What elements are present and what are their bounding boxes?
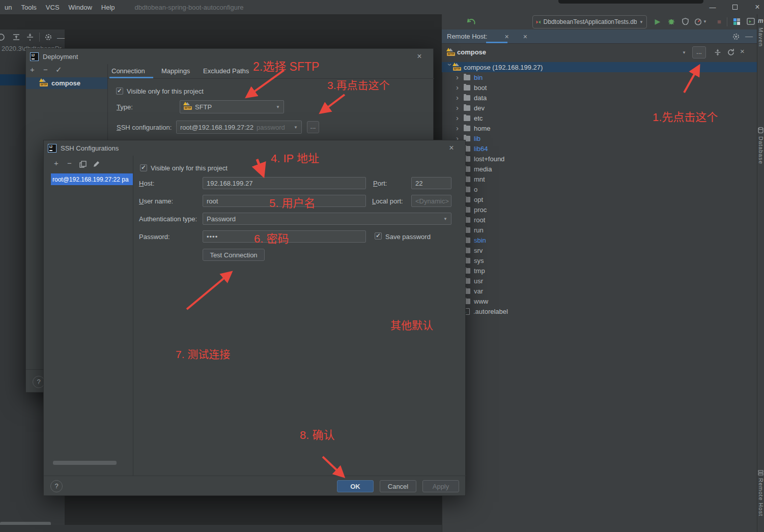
refresh-icon[interactable]	[727, 48, 735, 56]
run-button[interactable]: ▶	[653, 17, 662, 26]
back-arrow-icon[interactable]	[466, 17, 475, 26]
close-panel-icon[interactable]: ×	[740, 47, 745, 55]
tree-row[interactable]: › media	[442, 164, 757, 174]
collapse-all-icon[interactable]	[25, 33, 35, 41]
stripe-tab-remote-host[interactable]: Remote Host	[758, 478, 764, 516]
tree-row[interactable]: › boot	[442, 82, 757, 93]
menu-run[interactable]: un	[0, 4, 16, 11]
remote-host-icon[interactable]	[758, 470, 763, 476]
tree-row[interactable]: › root	[442, 215, 757, 225]
gear-icon[interactable]	[732, 33, 740, 41]
tree-row[interactable]: › lib	[442, 133, 757, 143]
tree-row[interactable]: › srv	[442, 245, 757, 255]
debug-button[interactable]	[667, 17, 676, 26]
save-password-checkbox[interactable]	[375, 232, 382, 240]
tab-mappings[interactable]: Mappings	[161, 67, 190, 75]
menu-vcs[interactable]: VCS	[41, 4, 64, 11]
coverage-button[interactable]	[681, 17, 690, 26]
visible-only-checkbox[interactable]	[140, 164, 147, 171]
add-server-button[interactable]: +	[30, 65, 35, 74]
collapse-all-icon[interactable]	[714, 48, 722, 56]
tree-row[interactable]: › o	[442, 184, 757, 194]
tree-row[interactable]: › run	[442, 225, 757, 235]
copy-icon[interactable]	[79, 161, 87, 168]
ssh-config-list-item-selected[interactable]: root@192.168.199.27:22 pa	[51, 173, 133, 185]
ok-button[interactable]: OK	[337, 480, 374, 492]
add-config-button[interactable]: +	[54, 159, 59, 167]
chevron-right-icon[interactable]: ›	[456, 126, 464, 131]
host-input[interactable]: 192.168.199.27	[203, 177, 366, 189]
chevron-right-icon[interactable]: ›	[447, 64, 452, 71]
tree-row[interactable]: › proc	[442, 204, 757, 215]
stripe-tab-maven[interactable]: Maven	[758, 27, 764, 47]
chevron-right-icon[interactable]: ›	[456, 105, 464, 110]
tree-row[interactable]: › sys	[442, 255, 757, 265]
close-window-icon[interactable]: ×	[753, 3, 762, 12]
gear-icon[interactable]	[44, 33, 52, 41]
local-port-input[interactable]: <Dynamic>	[411, 195, 451, 207]
type-select[interactable]: SFTP SFTP ▼	[180, 100, 284, 113]
host-tab-close-icon[interactable]: ×	[523, 33, 527, 41]
visible-only-checkbox[interactable]	[116, 87, 123, 95]
hide-panel-icon[interactable]: —	[745, 32, 753, 40]
expand-all-icon[interactable]	[12, 33, 21, 41]
server-combo[interactable]: compose	[457, 48, 486, 56]
deployment-dialog-titlebar[interactable]: Deployment	[26, 49, 433, 64]
profiler-button[interactable]	[693, 17, 702, 26]
tree-row[interactable]: › bin	[442, 72, 757, 82]
use-as-default-button[interactable]: ✓	[55, 65, 62, 74]
tree-row[interactable]: › tmp	[442, 265, 757, 276]
tree-row[interactable]: › .autorelabel	[442, 306, 757, 316]
tree-row[interactable]: › home	[442, 123, 757, 133]
test-connection-button[interactable]: Test Connection	[203, 249, 265, 261]
server-more-button[interactable]: ...	[692, 46, 706, 58]
stripe-tab-database[interactable]: Database	[758, 136, 764, 164]
maximize-window-icon[interactable]	[730, 4, 740, 11]
run-anything-icon[interactable]	[746, 17, 755, 26]
tree-row[interactable]: › data	[442, 93, 757, 103]
help-button[interactable]: ?	[50, 480, 63, 492]
chevron-right-icon[interactable]: ›	[456, 75, 464, 80]
tree-row[interactable]: › usr	[442, 276, 757, 286]
tree-row[interactable]: › lib64	[442, 143, 757, 154]
tree-row[interactable]: › sbin	[442, 235, 757, 245]
authentication-type-select[interactable]: Password ▼	[203, 213, 451, 225]
chevron-down-icon[interactable]: ▼	[682, 50, 686, 55]
run-configuration-select[interactable]: DbdtobeanTestApplicationTests.dbdtobeanT…	[532, 15, 647, 28]
close-dialog-icon[interactable]: ×	[415, 52, 424, 61]
chevron-right-icon[interactable]: ›	[456, 85, 464, 90]
tab-connection[interactable]: Connection	[111, 67, 145, 75]
browse-ssh-configurations-button[interactable]: ...	[307, 121, 319, 133]
server-list-item-selected[interactable]: SFTP compose	[26, 77, 107, 89]
tab-excluded-paths[interactable]: Excluded Paths	[203, 67, 249, 75]
database-icon[interactable]	[758, 127, 763, 133]
hide-panel-icon[interactable]: —	[57, 33, 65, 42]
tree-row[interactable]: › www	[442, 296, 757, 306]
apply-button[interactable]: Apply	[422, 480, 459, 492]
remove-config-button[interactable]: −	[67, 159, 72, 167]
menu-help[interactable]: Help	[97, 4, 120, 11]
minimize-window-icon[interactable]: —	[708, 4, 717, 11]
ssh-configuration-select[interactable]: root@192.168.199.27:22 password ▼	[176, 121, 302, 134]
tree-row[interactable]: › mnt	[442, 174, 757, 184]
menu-tools[interactable]: Tools	[16, 4, 41, 11]
edit-pencil-icon[interactable]	[93, 161, 100, 168]
chevron-right-icon[interactable]: ›	[456, 95, 464, 100]
tree-row[interactable]: › var	[442, 286, 757, 296]
menu-window[interactable]: Window	[64, 4, 97, 11]
circle-icon[interactable]	[0, 33, 7, 41]
stop-button[interactable]: ■	[715, 17, 724, 26]
chevron-down-icon[interactable]: ▼	[702, 17, 708, 26]
chevron-right-icon[interactable]: ›	[456, 115, 464, 121]
tree-row[interactable]: › SFTP compose (192.168.199.27)	[442, 62, 757, 72]
remove-server-button[interactable]: −	[43, 65, 48, 74]
host-tab-close-icon[interactable]: ×	[504, 33, 508, 41]
cancel-button[interactable]: Cancel	[380, 480, 416, 492]
tree-row[interactable]: › lost+found	[442, 154, 757, 164]
close-dialog-icon[interactable]: ×	[447, 143, 456, 153]
layout-icon[interactable]	[732, 17, 741, 26]
port-input[interactable]: 22	[411, 177, 451, 189]
ssh-dialog-titlebar[interactable]: SSH Configurations	[44, 140, 465, 156]
tree-row[interactable]: › opt	[442, 194, 757, 204]
list-horizontal-scrollbar[interactable]	[53, 461, 117, 465]
